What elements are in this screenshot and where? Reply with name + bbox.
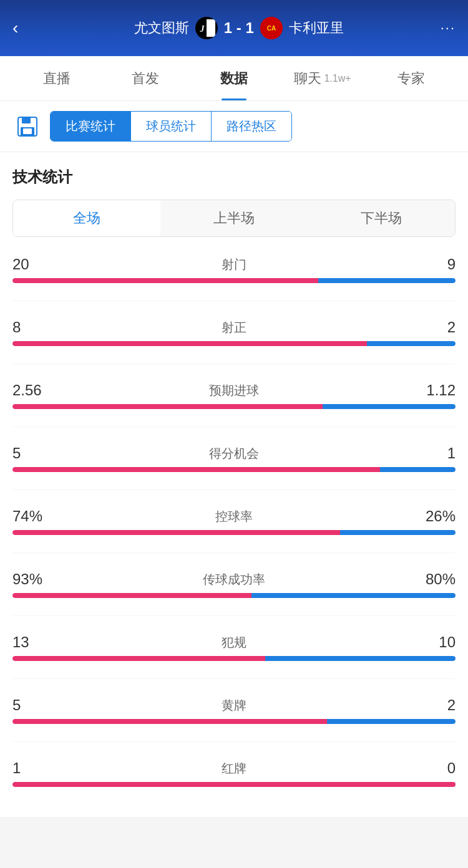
stat-divider — [12, 301, 456, 301]
stat-away-value: 0 — [406, 760, 456, 777]
home-bar — [12, 656, 265, 661]
home-bar — [12, 782, 456, 787]
stat-values: 2.56 预期进球 1.12 — [12, 382, 456, 399]
stat-home-value: 74% — [12, 508, 62, 525]
stat-bars — [12, 782, 456, 787]
sub-tabs-container: 比赛统计 球员统计 路径热区 — [0, 101, 468, 152]
stat-bars — [12, 467, 456, 472]
away-bar — [265, 656, 456, 661]
back-button[interactable]: ‹ — [12, 18, 37, 38]
main-content: 技术统计 全场 上半场 下半场 20 射门 9 8 射正 2 2. — [0, 152, 468, 817]
sub-tab-player-stats[interactable]: 球员统计 — [131, 112, 212, 141]
more-button[interactable]: ··· — [441, 20, 456, 36]
stat-bars — [12, 404, 456, 409]
stat-row: 2.56 预期进球 1.12 — [12, 382, 456, 409]
stat-home-value: 8 — [12, 319, 62, 336]
away-team-name: 卡利亚里 — [289, 19, 344, 37]
stat-label: 黄牌 — [62, 697, 406, 714]
stat-label: 控球率 — [62, 508, 406, 525]
stat-values: 5 黄牌 2 — [12, 697, 456, 714]
stat-bars — [12, 278, 456, 283]
stat-values: 8 射正 2 — [12, 319, 456, 336]
stat-values: 20 射门 9 — [12, 256, 456, 273]
sub-tabs: 比赛统计 球员统计 路径热区 — [50, 111, 292, 142]
stat-away-value: 1 — [406, 445, 456, 462]
stat-values: 13 犯规 10 — [12, 634, 456, 651]
header: ‹ 尤文图斯 J 1 - 1 CA 卡利亚里 ··· — [0, 0, 468, 56]
stat-bars — [12, 530, 456, 535]
tab-live[interactable]: 直播 — [12, 56, 101, 100]
stat-row: 5 黄牌 2 — [12, 697, 456, 724]
match-title: 尤文图斯 J 1 - 1 CA 卡利亚里 — [37, 17, 441, 39]
tab-lineup[interactable]: 首发 — [101, 56, 190, 100]
stat-values: 1 红牌 0 — [12, 760, 456, 777]
home-bar — [12, 278, 318, 283]
nav-tabs: 直播 首发 数据 聊天 1.1w+ 专家 — [0, 56, 468, 101]
stat-home-value: 1 — [12, 760, 62, 777]
svg-rect-6 — [22, 117, 31, 123]
away-bar — [380, 467, 456, 472]
away-bar — [340, 530, 456, 535]
stat-away-value: 1.12 — [406, 382, 456, 399]
chat-count-badge: 1.1w+ — [324, 73, 351, 84]
stat-label: 射正 — [62, 319, 406, 336]
stat-label: 射门 — [62, 256, 406, 273]
stat-row: 5 得分机会 1 — [12, 445, 456, 472]
sub-tab-heatmap[interactable]: 路径热区 — [212, 112, 291, 141]
stat-label: 得分机会 — [62, 445, 406, 462]
svg-text:J: J — [199, 24, 205, 34]
stat-divider — [12, 552, 456, 553]
period-tab-first[interactable]: 上半场 — [160, 200, 308, 236]
stat-away-value: 2 — [406, 319, 456, 336]
period-tab-full[interactable]: 全场 — [13, 200, 160, 236]
stat-away-value: 80% — [406, 571, 456, 588]
match-score: 1 - 1 — [224, 19, 254, 37]
sub-tab-match-stats[interactable]: 比赛统计 — [51, 112, 131, 141]
stat-home-value: 93% — [12, 571, 62, 588]
away-bar — [367, 341, 456, 346]
stat-divider — [12, 615, 456, 616]
home-bar — [12, 530, 340, 535]
stat-divider — [12, 364, 456, 364]
stat-values: 74% 控球率 26% — [12, 508, 456, 525]
home-team-name: 尤文图斯 — [134, 19, 189, 37]
stat-bars — [12, 593, 456, 598]
stat-row: 74% 控球率 26% — [12, 508, 456, 535]
stat-divider — [12, 741, 456, 742]
tab-expert[interactable]: 专家 — [367, 56, 456, 100]
stat-values: 93% 传球成功率 80% — [12, 571, 456, 588]
stat-divider — [12, 427, 456, 427]
stat-label: 传球成功率 — [62, 571, 406, 588]
svg-rect-8 — [23, 128, 32, 134]
away-bar — [318, 278, 456, 283]
stat-bars — [12, 656, 456, 661]
home-team-logo: J — [195, 17, 218, 39]
home-bar — [12, 467, 380, 472]
stat-away-value: 10 — [406, 634, 456, 651]
stat-row: 8 射正 2 — [12, 319, 456, 346]
tab-data[interactable]: 数据 — [190, 56, 278, 100]
tab-chat[interactable]: 聊天 1.1w+ — [278, 56, 367, 100]
stat-row: 13 犯规 10 — [12, 634, 456, 661]
stat-home-value: 2.56 — [12, 382, 62, 399]
home-bar — [12, 404, 323, 409]
stats-list: 20 射门 9 8 射正 2 2.56 预期进球 1.12 — [12, 256, 456, 817]
section-title: 技术统计 — [12, 167, 456, 187]
period-tabs: 全场 上半场 下半场 — [12, 200, 456, 237]
away-team-logo: CA — [260, 17, 283, 39]
stat-row: 1 红牌 0 — [12, 760, 456, 787]
stat-home-value: 5 — [12, 445, 62, 462]
save-button[interactable] — [12, 112, 42, 142]
stat-away-value: 26% — [406, 508, 456, 525]
stat-divider — [12, 489, 456, 490]
stat-row: 93% 传球成功率 80% — [12, 571, 456, 598]
stat-home-value: 5 — [12, 697, 62, 714]
stat-home-value: 13 — [12, 634, 62, 651]
svg-text:CA: CA — [267, 25, 276, 32]
stat-label: 预期进球 — [62, 382, 406, 399]
away-bar — [327, 719, 456, 724]
svg-rect-1 — [207, 19, 215, 37]
period-tab-second[interactable]: 下半场 — [308, 200, 455, 236]
stat-label: 红牌 — [62, 760, 406, 777]
stat-label: 犯规 — [62, 634, 406, 651]
